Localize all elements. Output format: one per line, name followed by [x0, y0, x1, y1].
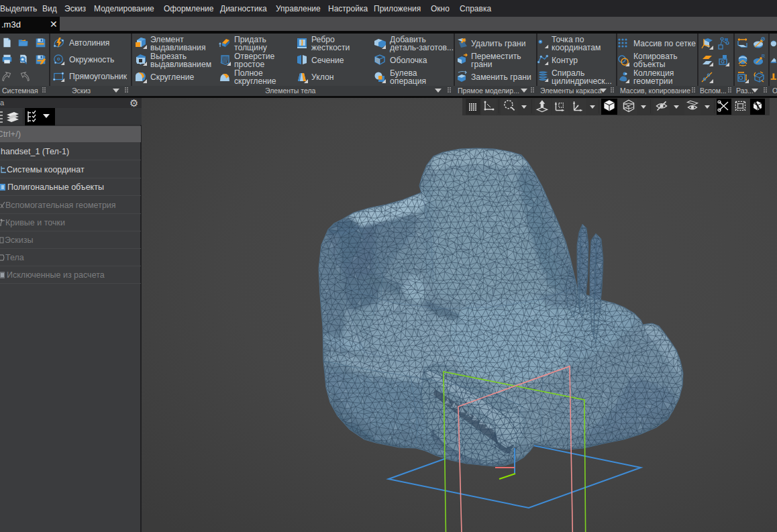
svg-text:R: R [762, 54, 765, 58]
